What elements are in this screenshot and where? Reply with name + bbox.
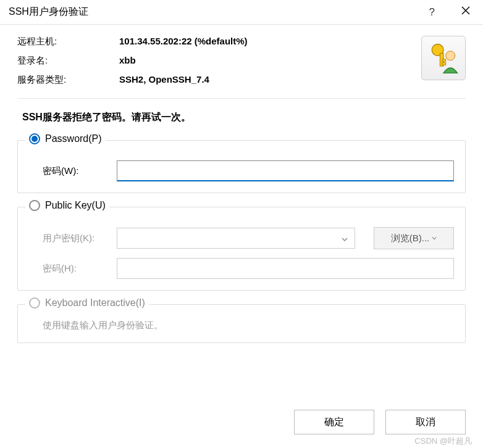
login-label: 登录名: — [17, 55, 119, 67]
browse-button[interactable]: 浏览(B)... — [374, 227, 454, 249]
server-type-value: SSH2, OpenSSH_7.4 — [119, 74, 209, 86]
keyboard-radio — [29, 297, 40, 309]
dropdown-icon — [432, 236, 437, 241]
close-icon — [461, 6, 471, 15]
svg-rect-5 — [442, 63, 446, 65]
close-button[interactable] — [457, 4, 474, 20]
ok-button[interactable]: 确定 — [294, 410, 374, 434]
error-message: SSH服务器拒绝了密码。请再试一次。 — [22, 111, 466, 124]
ssh-auth-dialog: SSH用户身份验证 ? 远程主机: 101.34.55.202:22 (%def… — [0, 0, 483, 448]
login-value: xbb — [119, 55, 136, 67]
userkey-label: 用户密钥(K): — [29, 233, 109, 244]
publickey-legend: Public Key(U) — [45, 200, 106, 211]
titlebar: SSH用户身份验证 ? — [0, 0, 483, 25]
browse-label: 浏览(B)... — [391, 233, 430, 244]
svg-point-6 — [446, 51, 455, 60]
publickey-radio[interactable] — [29, 200, 40, 211]
svg-rect-4 — [442, 59, 446, 62]
dialog-title: SSH用户身份验证 — [9, 6, 88, 19]
pk-password-label: 密码(H): — [29, 263, 109, 275]
key-user-icon — [425, 39, 462, 77]
password-label: 密码(W): — [29, 165, 109, 177]
dialog-buttons: 确定 取消 — [0, 399, 483, 448]
connection-info: 远程主机: 101.34.55.202:22 (%default%) 登录名: … — [17, 36, 466, 93]
server-type-label: 服务器类型: — [17, 74, 119, 86]
password-group: Password(P) 密码(W): — [17, 140, 466, 193]
keyboard-group: Keyboard Interactive(I) 使用键盘输入用户身份验证。 — [17, 304, 466, 343]
keyboard-legend: Keyboard Interactive(I) — [45, 297, 145, 309]
cancel-button[interactable]: 取消 — [385, 410, 466, 434]
password-input[interactable] — [117, 160, 454, 181]
remote-host-label: 远程主机: — [17, 36, 119, 48]
password-radio[interactable] — [29, 133, 40, 144]
remote-host-value: 101.34.55.202:22 (%default%) — [119, 36, 248, 48]
publickey-group: Public Key(U) 用户密钥(K): 浏览(B)... 密码(H): — [17, 207, 466, 291]
pk-password-input — [117, 258, 454, 279]
auth-icon — [421, 36, 466, 80]
watermark: CSDN @叶超凡 — [414, 436, 472, 447]
password-legend: Password(P) — [45, 133, 102, 144]
help-button[interactable]: ? — [426, 4, 439, 20]
divider — [17, 98, 466, 99]
chevron-down-icon — [341, 234, 348, 245]
keyboard-hint: 使用键盘输入用户身份验证。 — [29, 320, 454, 331]
userkey-select[interactable] — [117, 228, 355, 249]
